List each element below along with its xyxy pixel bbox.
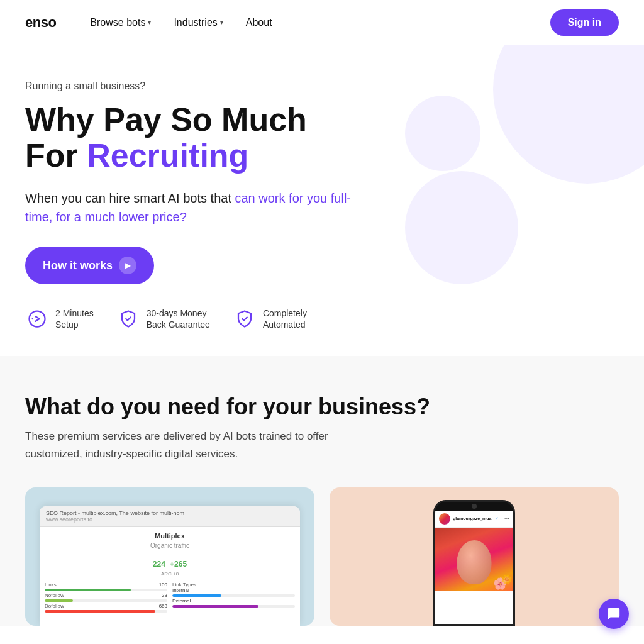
phone-screen: glamourgaze_mua ✓ ··· 🌸 🌼 [435,511,513,624]
nav-industries[interactable]: Industries ▾ [165,12,231,33]
bg-blob-1 [493,45,644,184]
instagram-avatar [439,513,450,525]
badge-guarantee: 30-days Money Back Guarantee [116,307,210,331]
badge-speed: 2 Minutes Setup [25,307,94,331]
hero-headline: Why Pay So Much For Recruiting [25,102,352,174]
nav-about[interactable]: About [237,12,281,33]
instagram-header: glamourgaze_mua ✓ ··· [435,511,513,528]
card-social[interactable]: glamourgaze_mua ✓ ··· 🌸 🌼 [330,487,619,626]
chevron-down-icon: ▾ [220,19,223,26]
navbar: enso Browse bots ▾ Industries ▾ About Si… [0,0,644,45]
chat-widget-button[interactable] [599,599,629,626]
hero-content: Running a small business? Why Pay So Muc… [0,45,377,356]
play-icon: ▶ [119,257,136,274]
bg-blob-2 [405,171,518,284]
svg-point-0 [30,311,45,327]
nav-browse-bots[interactable]: Browse bots ▾ [81,12,160,33]
seo-mock-screen: SEO Report - multiplex.com, The website … [40,506,300,626]
hero-subtext: When you can hire smart AI bots that can… [25,189,352,226]
headline-accent: Recruiting [87,137,248,174]
phone-mock: glamourgaze_mua ✓ ··· 🌸 🌼 [433,500,515,626]
verified-badge: ✓ [495,516,499,521]
trust-badges: 2 Minutes Setup 30-days Money Back Guara… [25,307,352,331]
card-seo[interactable]: SEO Report - multiplex.com, The website … [25,487,314,626]
section-what-subtext: These premium services are delivered by … [25,428,377,462]
badge-speed-text: 2 Minutes Setup [55,308,94,330]
instagram-username: glamourgaze_mua [453,516,491,521]
badge-automated: Completely Automated [233,307,307,331]
seo-url-bar: SEO Report - multiplex.com, The website … [40,506,300,527]
seo-metric-value: 224 +265 [45,552,295,571]
fast-forward-icon [25,307,49,331]
seo-screen-body: Multiplex Organic traffic 224 +265 ARC +… [40,527,300,619]
badge-automated-text: Completely Automated [263,308,307,330]
cards-row: SEO Report - multiplex.com, The website … [25,487,619,626]
badge-guarantee-text: 30-days Money Back Guarantee [147,308,210,330]
chevron-down-icon: ▾ [148,19,151,26]
phone-notch-dot [472,504,477,509]
shield-check-icon [116,307,140,331]
signin-button[interactable]: Sign in [550,9,619,36]
automation-icon [233,307,257,331]
section-what: What do you need for your business? Thes… [0,356,644,625]
logo[interactable]: enso [25,14,56,31]
hero-eyebrow: Running a small business? [25,80,352,92]
section-what-heading: What do you need for your business? [25,394,619,420]
nav-actions: Sign in [550,9,619,36]
bg-blob-3 [405,96,480,171]
more-options-icon: ··· [504,515,509,522]
instagram-image: 🌸 🌼 [435,528,513,591]
hero-section: Running a small business? Why Pay So Muc… [0,45,644,356]
how-it-works-button[interactable]: How it works ▶ [25,247,154,284]
phone-notch [435,502,513,511]
nav-links: Browse bots ▾ Industries ▾ About [81,12,550,33]
